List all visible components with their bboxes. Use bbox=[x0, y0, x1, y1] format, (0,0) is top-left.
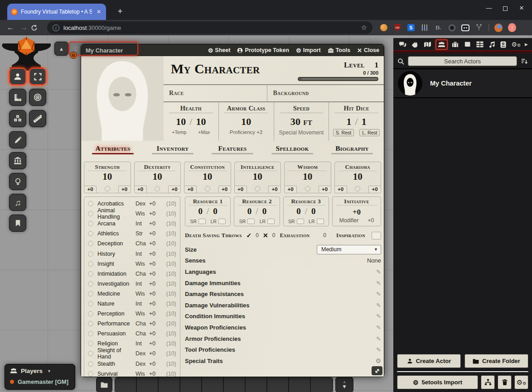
prototype-token-button[interactable]: Prototype Token bbox=[237, 47, 289, 53]
players-header[interactable]: Players ▼ bbox=[10, 368, 70, 374]
level-value[interactable]: 1 bbox=[375, 61, 379, 70]
resource-block[interactable]: Resource 1 0/0 SR LR bbox=[185, 196, 231, 226]
save-proficiency-radio[interactable] bbox=[205, 186, 210, 191]
skill-proficiency-radio[interactable] bbox=[88, 311, 93, 316]
ability-modifier[interactable]: +0 bbox=[284, 186, 297, 193]
special-movement-label[interactable]: Special Movement bbox=[279, 129, 324, 136]
sheet-config-button[interactable]: ⚙Sheet bbox=[208, 47, 231, 53]
nav-collapse-button[interactable]: ▲ bbox=[54, 42, 68, 56]
tiles-tool-button[interactable] bbox=[9, 152, 26, 169]
edit-icon[interactable]: ✎ bbox=[376, 335, 381, 342]
resource-label[interactable]: Resource 2 bbox=[237, 198, 276, 206]
skill-name[interactable]: Nature bbox=[97, 301, 135, 307]
skill-row[interactable]: Medicine Wis +0 (10) bbox=[88, 289, 176, 299]
resource-block[interactable]: Resource 3 0/0 SR LR bbox=[283, 196, 329, 226]
skill-row[interactable]: Intimidation Cha +0 (10) bbox=[88, 269, 176, 279]
ability-save[interactable]: +0 bbox=[118, 186, 131, 193]
back-button[interactable]: ← bbox=[4, 24, 17, 32]
ability-modifier[interactable]: +0 bbox=[334, 186, 347, 193]
hp-tempmax-label[interactable]: +Max bbox=[198, 129, 210, 135]
ability-block[interactable]: Charisma 10 +0 +0 bbox=[334, 162, 382, 193]
skill-name[interactable]: Arcana bbox=[97, 220, 135, 227]
page-down-icon[interactable]: ▼ bbox=[342, 384, 347, 389]
health-stat[interactable]: Health 10/10 +Temp+Max bbox=[164, 102, 218, 141]
window-maximize-button[interactable] bbox=[498, 5, 512, 12]
skill-proficiency-radio[interactable] bbox=[88, 351, 93, 356]
window-resize-handle[interactable] bbox=[372, 366, 382, 375]
tab-chat[interactable] bbox=[397, 40, 408, 49]
fork-extension-icon[interactable] bbox=[475, 24, 483, 32]
skill-proficiency-radio[interactable] bbox=[88, 371, 93, 377]
settings-button[interactable]: ⚙⚙ bbox=[514, 375, 528, 389]
tab-close-icon[interactable]: ✕ bbox=[95, 9, 102, 15]
create-folder-button[interactable]: Create Folder bbox=[464, 354, 528, 368]
save-proficiency-radio[interactable] bbox=[305, 186, 310, 191]
initiative-value[interactable]: +0 bbox=[353, 208, 361, 217]
skill-name[interactable]: Medicine bbox=[97, 291, 135, 297]
speed-value[interactable]: 30 ft bbox=[290, 116, 312, 128]
sr-checkbox[interactable] bbox=[297, 219, 304, 224]
scene-nav-active-item[interactable]: © bbox=[69, 42, 138, 56]
skill-name[interactable]: Persuasion bbox=[97, 330, 135, 337]
reload-button[interactable] bbox=[31, 24, 44, 31]
skill-name[interactable]: Animal Handling bbox=[97, 207, 135, 220]
macro-slot[interactable] bbox=[115, 377, 137, 392]
resource-label[interactable]: Resource 1 bbox=[189, 198, 227, 206]
5etools-import-button[interactable]: ⚙ 5etools Import bbox=[397, 375, 478, 389]
tab-actors[interactable] bbox=[435, 39, 448, 50]
skill-proficiency-radio[interactable] bbox=[88, 301, 93, 306]
xp-value[interactable]: 0 / 300 bbox=[298, 70, 378, 76]
delete-button[interactable] bbox=[498, 375, 512, 389]
skill-name[interactable]: Investigation bbox=[97, 281, 135, 287]
edit-icon[interactable]: ✎ bbox=[376, 302, 381, 309]
character-portrait[interactable] bbox=[81, 56, 164, 141]
macro-slot[interactable] bbox=[180, 377, 202, 392]
skill-proficiency-radio[interactable] bbox=[88, 281, 93, 287]
player-entry[interactable]: Gamemaster [GM] bbox=[10, 378, 70, 385]
sort-icon[interactable] bbox=[521, 58, 528, 65]
race-input[interactable] bbox=[187, 90, 267, 97]
skill-proficiency-radio[interactable] bbox=[88, 201, 93, 206]
box-extension-icon[interactable] bbox=[461, 24, 469, 32]
macro-slot[interactable] bbox=[311, 377, 333, 392]
skill-row[interactable]: Perception Wis +0 (10) bbox=[88, 309, 176, 319]
macro-slot[interactable] bbox=[224, 377, 246, 392]
skill-name[interactable]: Religion bbox=[97, 340, 135, 347]
skill-name[interactable]: Athletics bbox=[97, 230, 135, 237]
skill-name[interactable]: Sleight of Hand bbox=[97, 347, 135, 360]
macro-slot[interactable] bbox=[267, 377, 289, 392]
skill-proficiency-radio[interactable] bbox=[88, 241, 93, 246]
ability-save[interactable]: +0 bbox=[168, 186, 181, 193]
background-field[interactable]: Background bbox=[267, 85, 384, 101]
macro-slot[interactable] bbox=[246, 377, 267, 392]
armor-class-stat[interactable]: Armor Class 10 Proficiency +2 bbox=[218, 102, 274, 141]
special-traits-gear-icon[interactable]: ⚙ bbox=[375, 357, 381, 364]
forward-button[interactable]: → bbox=[17, 24, 31, 32]
cookie-extension-icon[interactable] bbox=[380, 24, 388, 32]
tab-scenes[interactable] bbox=[422, 40, 433, 49]
skill-proficiency-radio[interactable] bbox=[88, 211, 93, 216]
skill-proficiency-radio[interactable] bbox=[88, 271, 93, 277]
ability-name[interactable]: Dexterity bbox=[138, 163, 177, 171]
ability-save[interactable]: +0 bbox=[319, 186, 331, 193]
url-bar[interactable]: i localhost:30000/game ☆ bbox=[47, 21, 372, 34]
sheet-tab[interactable]: Attributes bbox=[83, 144, 143, 157]
ublock-extension-icon[interactable]: UO bbox=[393, 24, 401, 32]
lr-checkbox[interactable] bbox=[267, 219, 275, 224]
initiative-block[interactable]: Initiative +0 Modifier+0 bbox=[332, 196, 381, 226]
select-tool-button[interactable] bbox=[29, 68, 46, 85]
edit-icon[interactable]: ✎ bbox=[376, 268, 381, 275]
skill-name[interactable]: Acrobatics bbox=[97, 201, 135, 207]
tab-journal[interactable] bbox=[463, 40, 472, 49]
ability-modifier[interactable]: +0 bbox=[234, 186, 247, 193]
skill-row[interactable]: Survival Wis +0 (10) bbox=[88, 369, 176, 377]
ability-block[interactable]: Wisdom 10 +0 +0 bbox=[284, 162, 331, 193]
skill-name[interactable]: History bbox=[97, 251, 135, 257]
lighting-tool-button[interactable] bbox=[9, 173, 26, 190]
resource-value[interactable]: 0 bbox=[198, 206, 203, 216]
ability-save[interactable]: +0 bbox=[218, 186, 231, 193]
resource-max[interactable]: 0 bbox=[311, 206, 316, 216]
death-save-successes[interactable]: 0 bbox=[256, 232, 259, 239]
hd-max[interactable]: 1 bbox=[362, 116, 367, 128]
short-rest-button[interactable]: S. Rest bbox=[333, 129, 354, 136]
